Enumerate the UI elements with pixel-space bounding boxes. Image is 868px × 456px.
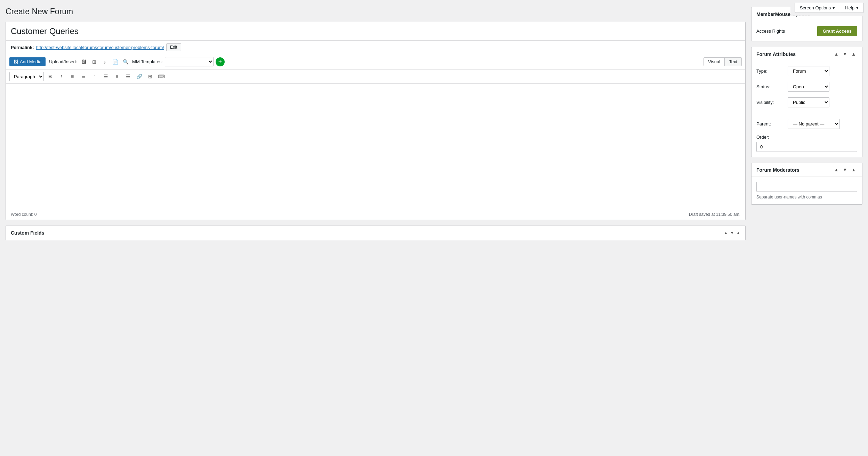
editor-box: Permalink: http://test-website.local/for… [6, 22, 746, 220]
permalink-label: Permalink: [11, 45, 34, 50]
align-right-button[interactable]: ☰ [123, 72, 133, 81]
word-count: Word count: 0 [11, 212, 37, 217]
align-left-button[interactable]: ☰ [101, 72, 111, 81]
page-wrapper: Create New Forum Permalink: http://test-… [0, 0, 868, 246]
unordered-list-button[interactable]: ≡ [67, 72, 77, 81]
forum-attributes-panel-header: Forum Attributes ▲ ▼ ▲ [752, 47, 862, 61]
custom-fields-section: Custom Fields ▲ ▼ ▲ [6, 226, 746, 240]
bold-button[interactable]: B [45, 72, 55, 81]
table-button[interactable]: ⊞ [145, 72, 155, 81]
upload-icons: 🖼 ⊞ ♪ 📄 🔍 [79, 57, 130, 66]
order-input[interactable] [756, 142, 857, 152]
search-icon[interactable]: 🔍 [121, 57, 130, 66]
format-toolbar: Paragraph B I ≡ ≣ " ☰ ≡ ☰ 🔗 ⊞ ⌨ [6, 70, 745, 84]
parent-select[interactable]: — No parent — [788, 119, 840, 129]
permalink-row: Permalink: http://test-website.local/for… [6, 41, 745, 54]
align-center-button[interactable]: ≡ [112, 72, 122, 81]
forum-moderators-panel-header: Forum Moderators ▲ ▼ ▲ [752, 163, 862, 177]
ordered-list-button[interactable]: ≣ [79, 72, 88, 81]
forum-moderators-panel-body: Separate user-names with commas [752, 177, 862, 204]
forum-attributes-panel-title: Forum Attributes [756, 51, 796, 57]
help-label: Help [845, 5, 854, 10]
custom-fields-title: Custom Fields [11, 230, 44, 236]
help-chevron-icon: ▾ [856, 5, 859, 10]
status-label: Status: [756, 84, 784, 89]
forum-moderators-panel: Forum Moderators ▲ ▼ ▲ Separate user-nam… [751, 163, 862, 205]
type-select[interactable]: Forum Category Link [788, 66, 829, 76]
fm-collapse-up-button[interactable]: ▲ [833, 166, 840, 173]
moderators-hint: Separate user-names with commas [756, 195, 857, 200]
parent-label: Parent: [756, 121, 784, 127]
custom-fields-header[interactable]: Custom Fields ▲ ▼ ▲ [6, 226, 745, 240]
parent-row: Parent: — No parent — [756, 119, 857, 129]
editor-content-area[interactable] [6, 84, 745, 209]
format-select[interactable]: Paragraph [9, 72, 44, 81]
toolbar-row: 🖼 Add Media Upload/Insert: 🖼 ⊞ ♪ 📄 🔍 MM … [6, 54, 745, 70]
moderators-input[interactable] [756, 182, 857, 192]
forum-attributes-panel-icons: ▲ ▼ ▲ [833, 51, 857, 57]
screen-options-button[interactable]: Screen Options ▾ [795, 3, 840, 13]
visibility-label: Visibility: [756, 100, 784, 105]
top-bar: Screen Options ▾ Help ▾ [790, 0, 868, 16]
upload-insert-label: Upload/Insert: [49, 59, 77, 64]
forum-attr-divider [756, 113, 857, 113]
forum-attributes-panel: Forum Attributes ▲ ▼ ▲ Type: Forum Categ… [751, 47, 862, 157]
editor-footer: Word count: 0 Draft saved at 11:39:50 am… [6, 209, 745, 220]
forum-attributes-panel-body: Type: Forum Category Link Status: Open C… [752, 61, 862, 157]
fa-close-button[interactable]: ▲ [850, 51, 857, 57]
order-label: Order: [756, 135, 857, 140]
access-rights-row: Access Rights Grant Access [756, 26, 857, 36]
screen-options-label: Screen Options [800, 5, 831, 10]
special-chars-button[interactable]: ⌨ [156, 72, 166, 81]
fm-close-button[interactable]: ▲ [850, 166, 857, 173]
collapse-down-icon[interactable]: ▼ [730, 230, 734, 235]
visual-text-tabs: Visual Text [704, 57, 742, 66]
forum-moderators-panel-title: Forum Moderators [756, 167, 799, 173]
page-title: Create New Forum [6, 7, 746, 16]
fa-collapse-down-button[interactable]: ▼ [841, 51, 849, 57]
add-media-label: Add Media [20, 59, 41, 64]
blockquote-button[interactable]: " [90, 72, 99, 81]
mm-templates-select[interactable] [165, 57, 214, 66]
image-icon[interactable]: 🖼 [79, 57, 88, 66]
mm-templates-label: MM Templates: [132, 59, 163, 64]
fa-collapse-up-button[interactable]: ▲ [833, 51, 840, 57]
visibility-select[interactable]: Public Private [788, 97, 829, 107]
draft-saved: Draft saved at 11:39:50 am. [689, 212, 740, 217]
collapse-up-icon[interactable]: ▲ [724, 230, 728, 235]
permalink-link[interactable]: http://test-website.local/forums/forum/c… [36, 45, 164, 50]
main-content: Create New Forum Permalink: http://test-… [6, 7, 746, 240]
order-row: Order: [756, 135, 857, 152]
forum-title-input[interactable] [6, 22, 745, 41]
permalink-edit-button[interactable]: Edit [166, 43, 181, 51]
forum-moderators-panel-icons: ▲ ▼ ▲ [833, 166, 857, 173]
visual-tab[interactable]: Visual [704, 57, 725, 66]
italic-button[interactable]: I [56, 72, 66, 81]
document-icon[interactable]: 📄 [111, 57, 120, 66]
mm-add-button[interactable]: + [216, 57, 225, 66]
fm-collapse-down-button[interactable]: ▼ [841, 166, 849, 173]
screen-options-chevron-icon: ▾ [833, 5, 835, 10]
sidebar: MemberMouse Options ▲ ▼ ▲ Access Rights … [751, 7, 862, 240]
link-button[interactable]: 🔗 [134, 72, 144, 81]
help-button[interactable]: Help ▾ [840, 3, 864, 13]
membermouse-panel-body: Access Rights Grant Access [752, 21, 862, 41]
collapse-close-icon[interactable]: ▲ [736, 230, 740, 235]
status-select[interactable]: Open Closed [788, 82, 829, 92]
text-tab[interactable]: Text [725, 57, 742, 66]
type-row: Type: Forum Category Link [756, 66, 857, 76]
add-media-button[interactable]: 🖼 Add Media [9, 57, 46, 66]
status-row: Status: Open Closed [756, 82, 857, 92]
grant-access-button[interactable]: Grant Access [817, 26, 857, 36]
visibility-row: Visibility: Public Private [756, 97, 857, 107]
audio-icon[interactable]: ♪ [100, 57, 109, 66]
type-label: Type: [756, 68, 784, 74]
add-media-icon: 🖼 [14, 59, 18, 64]
collapsible-header-icons: ▲ ▼ ▲ [724, 230, 740, 235]
gallery-icon[interactable]: ⊞ [90, 57, 99, 66]
access-rights-label: Access Rights [756, 28, 785, 34]
